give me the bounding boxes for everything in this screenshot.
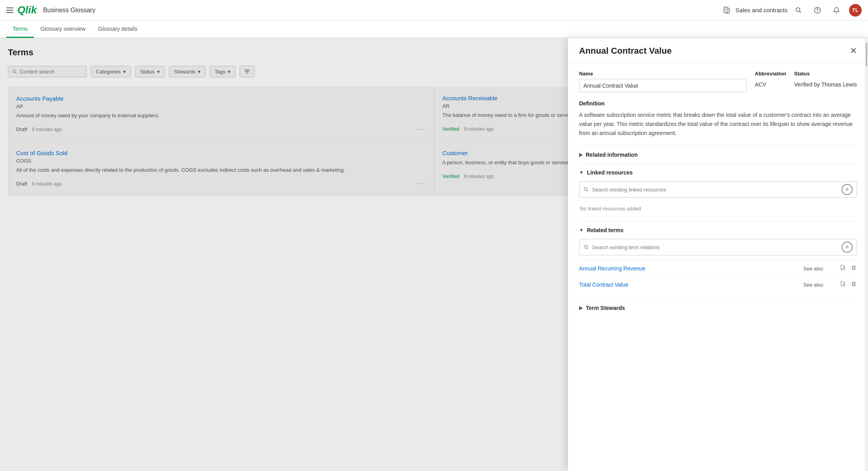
copy-icon[interactable] [840, 281, 846, 289]
abbreviation-label: Abbreviation [755, 71, 786, 77]
search-box[interactable] [8, 66, 87, 77]
name-label: Name [579, 71, 747, 77]
term-status: Draft [16, 126, 27, 132]
status-filter[interactable]: Status ▾ [135, 66, 165, 77]
notifications-button[interactable] [830, 4, 843, 17]
detail-panel: Annual Contract Value ✕ Name Abbreviatio… [568, 38, 868, 471]
abbreviation-field-group: Abbreviation ACV [755, 71, 786, 88]
linked-resources-body: + No linked resources added [579, 181, 857, 221]
tab-terms[interactable]: Terms [6, 21, 34, 38]
term-footer: Draft 9 minutes ago ··· [16, 179, 426, 188]
related-terms-label: Related terms [587, 227, 624, 233]
term-name-cogs[interactable]: Cost of Goods Sold [16, 150, 67, 156]
abbreviation-value: ACV [755, 79, 786, 88]
term-stewards-label: Term Stewards [586, 305, 625, 311]
linked-resources-header[interactable]: ▼ Linked resources [579, 164, 857, 181]
add-linked-resource-button[interactable]: + [842, 184, 853, 195]
delete-icon[interactable] [851, 281, 857, 289]
related-terms-body: + Annual Recurring Revenue See also [579, 239, 857, 299]
related-term-name-tcv[interactable]: Total Contract Value [579, 281, 799, 288]
top-bar: Qlik Business Glossary Sales and contrac… [0, 0, 868, 21]
term-relations-search-row: + [579, 239, 857, 255]
copy-icon[interactable] [840, 265, 846, 272]
stewards-filter[interactable]: Stewards ▾ [169, 66, 206, 77]
chevron-down-icon: ▼ [579, 227, 584, 233]
term-card: Accounts Payable AP Amount of money owed… [8, 87, 434, 142]
app-title: Business Glossary [43, 7, 96, 14]
term-more-button[interactable]: ··· [417, 179, 426, 188]
add-term-relation-button[interactable]: + [842, 242, 853, 253]
glossary-icon [721, 5, 732, 16]
related-term-type: See also [803, 282, 835, 288]
logo: Qlik [17, 4, 37, 16]
name-field-group: Name [579, 71, 747, 92]
tabs-row: Terms Glossary overview Glossary details [0, 21, 868, 38]
chevron-down-icon: ▼ [579, 170, 584, 175]
fields-row: Name Abbreviation ACV Status Verified by… [579, 71, 857, 92]
term-card: Cost of Goods Sold COGS All of the costs… [8, 142, 434, 196]
chevron-right-icon: ▶ [579, 152, 583, 158]
term-time: 9 minutes ago [32, 181, 62, 187]
related-information-label: Related information [586, 152, 637, 158]
panel-body: Name Abbreviation ACV Status Verified by… [568, 63, 868, 471]
related-terms-section: ▼ Related terms + Annual Recurring Reven… [579, 221, 857, 299]
close-button[interactable]: ✕ [850, 47, 857, 55]
name-input[interactable] [579, 79, 747, 92]
tab-glossary-overview[interactable]: Glossary overview [34, 21, 92, 38]
related-information-section: ▶ Related information [579, 146, 857, 163]
content-search-input[interactable] [20, 69, 82, 75]
term-name-accounts-receivable[interactable]: Accounts Receivable [442, 95, 498, 101]
svg-point-3 [817, 11, 818, 12]
term-status: Verified [442, 126, 459, 132]
status-field-group: Status Verified by Thomas Lewis [794, 71, 857, 88]
search-button[interactable] [792, 4, 805, 17]
panel-header: Annual Contract Value ✕ [568, 38, 868, 63]
linked-resources-search-input[interactable] [592, 187, 838, 193]
term-description: All of the costs and expenses directly r… [16, 166, 426, 174]
term-more-button[interactable]: ··· [417, 125, 426, 133]
tab-glossary-details[interactable]: Glossary details [92, 21, 144, 38]
term-name-accounts-payable[interactable]: Accounts Payable [16, 95, 64, 102]
term-relations-search-input[interactable] [592, 244, 838, 250]
avatar[interactable]: TL [849, 4, 862, 17]
categories-filter[interactable]: Categories ▾ [91, 66, 131, 77]
status-label: Status [794, 71, 857, 77]
top-bar-right: TL [792, 4, 862, 17]
delete-icon[interactable] [851, 265, 857, 272]
svg-rect-10 [841, 281, 844, 285]
panel-title: Annual Contract Value [579, 46, 672, 56]
no-resources-text: No linked resources added [579, 203, 857, 215]
related-term-row: Annual Recurring Revenue See also [579, 260, 857, 276]
scroll-track [865, 38, 868, 471]
scroll-thumb[interactable] [866, 43, 867, 66]
related-information-header[interactable]: ▶ Related information [579, 146, 857, 163]
related-term-name-arr[interactable]: Annual Recurring Revenue [579, 265, 799, 272]
top-bar-center: Sales and contracts [721, 5, 787, 16]
term-stewards-section: ▶ Term Stewards [579, 299, 857, 317]
menu-icon[interactable] [6, 8, 13, 13]
status-value: Verified by Thomas Lewis [794, 79, 857, 88]
tags-filter[interactable]: Tags ▾ [210, 66, 236, 77]
linked-resources-search-row: + [579, 181, 857, 198]
term-status: Verified [442, 173, 459, 179]
related-terms-header[interactable]: ▼ Related terms [579, 221, 857, 239]
term-abbr: COGS [16, 158, 426, 164]
term-time: 9 minutes ago [32, 127, 62, 132]
linked-resources-section: ▼ Linked resources + No linked resources… [579, 163, 857, 221]
logo-qlik: Qlik [17, 4, 37, 16]
term-footer: Draft 9 minutes ago ··· [16, 125, 426, 133]
definition-label: Definition [579, 100, 857, 107]
chevron-right-icon: ▶ [579, 305, 583, 311]
term-stewards-header[interactable]: ▶ Term Stewards [579, 299, 857, 317]
top-bar-left: Qlik Business Glossary [6, 4, 716, 16]
definition-text: A software subscription service metric t… [579, 111, 857, 138]
main-area: Terms Categories ▾ Status ▾ Stewards ▾ T… [0, 38, 868, 471]
glossary-name: Sales and contracts [735, 7, 787, 13]
help-button[interactable] [811, 4, 824, 17]
related-term-row: Total Contract Value See also [579, 276, 857, 293]
term-name-customer[interactable]: Customer [442, 150, 468, 156]
term-status: Draft [16, 181, 27, 187]
term-time: 9 minutes ago [464, 174, 494, 179]
filter-icon-button[interactable] [240, 66, 255, 77]
term-description: Amount of money owed by your company to … [16, 112, 426, 120]
